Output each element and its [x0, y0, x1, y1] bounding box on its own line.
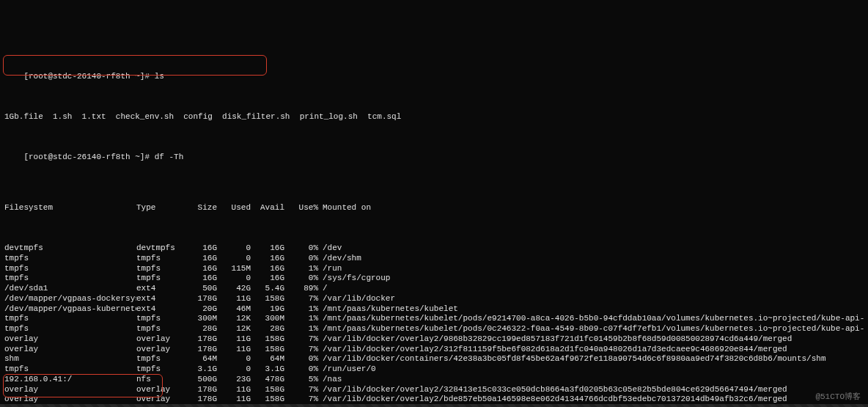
cell-size: 3.1G	[183, 364, 217, 375]
cell-avail: 16G	[251, 243, 284, 254]
cell-used: 11G	[217, 395, 251, 405]
df-row: tmpfstmpfs16G115M16G1%/run	[4, 264, 864, 274]
cell-used: 115M	[217, 264, 251, 274]
hdr-avail: Avail	[251, 203, 284, 213]
cell-mounted: /mnt/paas/kubernetes/kubelet/pods/0c2463…	[318, 324, 864, 334]
cell-mounted: /	[318, 284, 864, 294]
cell-filesystem: tmpfs	[4, 254, 136, 264]
hdr-mounted: Mounted on	[318, 203, 864, 213]
cell-avail: 64M	[251, 354, 284, 364]
cell-size: 178G	[183, 385, 217, 395]
df-row: /dev/sda1ext450G42G5.4G89%/	[4, 284, 864, 294]
df-row: /dev/mapper/vgpaas-dockersysext4178G11G1…	[4, 294, 864, 304]
cell-used: 23G	[217, 375, 251, 385]
cell-avail: 478G	[251, 375, 284, 385]
df-rows: devtmpfsdevtmpfs16G016G0%/devtmpfstmpfs1…	[4, 243, 864, 407]
df-row: /dev/mapper/vgpaas-kubernetesext420G46M1…	[4, 304, 864, 315]
cell-mounted: /var/lib/docker/overlay2/9868b32829cc199…	[318, 334, 864, 345]
cell-type: tmpfs	[136, 364, 183, 375]
cell-size: 28G	[183, 324, 217, 334]
cell-used: 0	[217, 254, 251, 264]
cell-used: 11G	[217, 385, 251, 395]
cell-size: 178G	[183, 345, 217, 355]
watermark: @51CTO博客	[815, 392, 861, 403]
cell-type: overlay	[136, 395, 183, 405]
terminal[interactable]: [root@stdc-26140-rf8th ~]# ls 1Gb.file 1…	[4, 42, 864, 407]
cell-used: 12K	[217, 314, 251, 324]
cell-size: 178G	[183, 294, 217, 304]
cell-type: ext4	[136, 294, 183, 304]
cell-usepct: 0%	[284, 254, 318, 264]
cell-filesystem: /dev/mapper/vgpaas-kubernetes	[4, 304, 136, 315]
df-row: tmpfstmpfs28G12K28G1%/mnt/paas/kubernete…	[4, 324, 864, 334]
hdr-filesystem: Filesystem	[4, 203, 136, 213]
ls-output: 1Gb.file 1.sh 1.txt check_env.sh config …	[4, 112, 864, 122]
hdr-size: Size	[183, 203, 217, 213]
cell-type: devtmpfs	[136, 243, 183, 254]
hdr-type: Type	[136, 203, 183, 213]
cell-used: 0	[217, 274, 251, 284]
cell-size: 16G	[183, 264, 217, 274]
shell-prompt: [root@stdc-26140-rf8th ~]#	[23, 153, 150, 161]
cell-avail: 158G	[251, 395, 284, 405]
cell-type: tmpfs	[136, 274, 183, 284]
df-row: tmpfstmpfs16G016G0%/dev/shm	[4, 254, 864, 264]
cell-usepct: 89%	[284, 284, 318, 294]
cell-used: 42G	[217, 284, 251, 294]
footer-stripe	[0, 404, 868, 407]
cell-type: tmpfs	[136, 324, 183, 334]
cell-mounted: /var/lib/docker/overlay2/bde857eb50a1465…	[318, 395, 864, 405]
cell-mounted: /var/lib/docker/overlay2/312f811159f5be6…	[318, 345, 864, 355]
cell-usepct: 5%	[284, 375, 318, 385]
cell-usepct: 7%	[284, 345, 318, 355]
cell-usepct: 1%	[284, 304, 318, 315]
cell-usepct: 7%	[284, 334, 318, 345]
df-row: tmpfstmpfs16G016G0%/sys/fs/cgroup	[4, 274, 864, 284]
cell-filesystem: tmpfs	[4, 264, 136, 274]
cell-size: 300M	[183, 314, 217, 324]
df-command: df -Th	[155, 153, 184, 161]
df-row: shmtmpfs64M064M0%/var/lib/docker/contain…	[4, 354, 864, 364]
cell-type: tmpfs	[136, 264, 183, 274]
cell-used: 12K	[217, 324, 251, 334]
cell-filesystem: tmpfs	[4, 314, 136, 324]
cell-usepct: 0%	[284, 354, 318, 364]
df-row: devtmpfsdevtmpfs16G016G0%/dev	[4, 243, 864, 254]
cell-type: overlay	[136, 334, 183, 345]
cell-size: 16G	[183, 274, 217, 284]
df-row: tmpfstmpfs300M12K300M1%/mnt/paas/kuberne…	[4, 314, 864, 324]
cell-avail: 158G	[251, 294, 284, 304]
cell-size: 500G	[183, 375, 217, 385]
cell-usepct: 1%	[284, 324, 318, 334]
cell-usepct: 7%	[284, 385, 318, 395]
cell-filesystem: 192.168.0.41:/	[4, 375, 136, 385]
cell-filesystem: tmpfs	[4, 324, 136, 334]
cell-size: 178G	[183, 334, 217, 345]
cell-avail: 16G	[251, 254, 284, 264]
cell-usepct: 7%	[284, 294, 318, 304]
cell-avail: 16G	[251, 274, 284, 284]
cell-type: ext4	[136, 304, 183, 315]
cell-avail: 300M	[251, 314, 284, 324]
df-row: overlayoverlay178G11G158G7%/var/lib/dock…	[4, 334, 864, 345]
cell-size: 64M	[183, 354, 217, 364]
cell-filesystem: /dev/mapper/vgpaas-dockersys	[4, 294, 136, 304]
cell-size: 20G	[183, 304, 217, 315]
cell-avail: 16G	[251, 264, 284, 274]
cell-type: nfs	[136, 375, 183, 385]
cell-used: 0	[217, 243, 251, 254]
prompt-line: [root@stdc-26140-rf8th ~]# ls	[4, 62, 864, 92]
cell-type: tmpfs	[136, 254, 183, 264]
cell-size: 16G	[183, 243, 217, 254]
cell-mounted: /var/lib/docker	[318, 294, 864, 304]
cell-used: 11G	[217, 294, 251, 304]
cell-mounted: /var/lib/docker/overlay2/328413e15c033ce…	[318, 385, 864, 395]
cell-type: ext4	[136, 284, 183, 294]
cell-filesystem: overlay	[4, 334, 136, 345]
cell-usepct: 0%	[284, 274, 318, 284]
cell-size: 50G	[183, 284, 217, 294]
cell-avail: 19G	[251, 304, 284, 315]
df-row: overlayoverlay178G11G158G7%/var/lib/dock…	[4, 385, 864, 395]
cell-mounted: /run	[318, 264, 864, 274]
cell-mounted: /var/lib/docker/containers/42e38a3bc05fd…	[318, 354, 864, 364]
